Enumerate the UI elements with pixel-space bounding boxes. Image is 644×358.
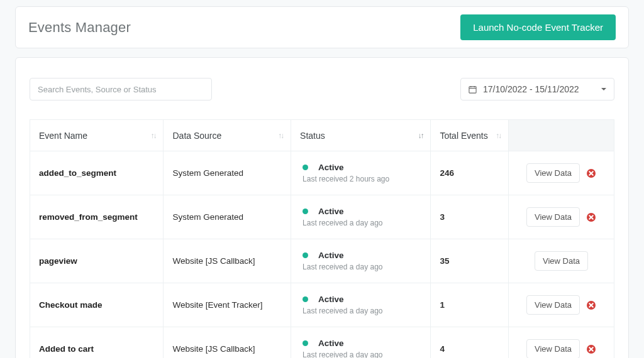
calendar-icon [469, 85, 477, 94]
col-header-actions [508, 120, 614, 151]
search-input[interactable] [30, 78, 212, 100]
page-title: Events Manager [28, 19, 131, 36]
view-data-button[interactable]: View Data [526, 207, 580, 227]
col-header-event-name[interactable]: Event Name ↑↓ [30, 120, 164, 151]
event-name: Checkout made [39, 300, 103, 310]
total-events: 3 [440, 212, 445, 222]
view-data-button[interactable]: View Data [526, 295, 580, 315]
date-range-picker[interactable]: 17/10/2022 - 15/11/2022 [460, 78, 614, 100]
view-data-button[interactable]: View Data [526, 163, 580, 183]
last-received: Last received a day ago [300, 263, 421, 271]
last-received: Last received a day ago [300, 219, 421, 227]
page-header: Events Manager Launch No-code Event Trac… [15, 6, 629, 48]
status-dot-icon [303, 296, 308, 302]
status-text: Active [318, 207, 344, 216]
status-dot-icon [303, 209, 308, 214]
status-cell: Active Last received a day ago [300, 195, 421, 239]
total-events: 1 [440, 300, 445, 310]
data-source: Website [Event Tracker] [172, 300, 262, 310]
status-text: Active [318, 339, 344, 348]
sort-icon: ↑↓ [278, 131, 283, 140]
sort-icon: ↑↓ [496, 131, 501, 140]
table-row: removed_from_segment System Generated Ac… [30, 195, 614, 239]
sort-icon: ↓↑ [418, 131, 423, 140]
total-events: 4 [440, 344, 445, 354]
table-header-row: Event Name ↑↓ Data Source ↑↓ Status ↓↑ T… [30, 120, 614, 151]
table-row: Added to cart Website [JS Callback] Acti… [30, 327, 614, 359]
event-name: pageview [39, 256, 77, 266]
actions-cell: View Data [518, 327, 605, 358]
actions-cell: View Data [518, 151, 605, 195]
status-cell: Active Last received a day ago [300, 283, 421, 327]
table-row: pageview Website [JS Callback] Active La… [30, 239, 614, 283]
event-name: Added to cart [39, 344, 94, 354]
col-header-status[interactable]: Status ↓↑ [291, 120, 431, 151]
status-cell: Active Last received a day ago [300, 239, 421, 283]
date-range-value: 17/10/2022 - 15/11/2022 [483, 84, 579, 94]
content-panel: 17/10/2022 - 15/11/2022 Event Name ↑↓ Da… [15, 57, 629, 358]
data-source: Website [JS Callback] [172, 344, 255, 354]
last-received: Last received a day ago [300, 350, 421, 358]
status-dot-icon [303, 252, 308, 258]
status-cell: Active Last received a day ago [300, 327, 421, 358]
status-text: Active [318, 251, 344, 260]
data-source: Website [JS Callback] [172, 256, 255, 266]
view-data-button[interactable]: View Data [526, 339, 580, 358]
total-events: 246 [440, 168, 454, 178]
launch-tracker-button[interactable]: Launch No-code Event Tracker [460, 14, 616, 40]
last-received: Last received a day ago [300, 306, 421, 315]
view-data-button[interactable]: View Data [535, 251, 588, 271]
actions-cell: View Data [518, 283, 605, 327]
event-name: removed_from_segment [39, 212, 138, 222]
status-dot-icon [303, 340, 308, 346]
data-source: System Generated [172, 168, 243, 178]
last-received: Last received 2 hours ago [300, 175, 421, 183]
event-name: added_to_segment [39, 168, 116, 178]
actions-cell: View Data [518, 239, 605, 283]
delete-icon[interactable] [586, 344, 596, 354]
status-text: Active [318, 163, 344, 172]
table-row: added_to_segment System Generated Active… [30, 151, 614, 195]
data-source: System Generated [172, 212, 243, 222]
actions-cell: View Data [518, 195, 605, 239]
delete-icon[interactable] [586, 212, 596, 222]
delete-icon[interactable] [586, 300, 596, 310]
status-cell: Active Last received 2 hours ago [300, 151, 421, 195]
status-text: Active [318, 295, 344, 304]
col-header-total-events[interactable]: Total Events ↑↓ [431, 120, 509, 151]
total-events: 35 [440, 256, 449, 266]
table-row: Checkout made Website [Event Tracker] Ac… [30, 283, 614, 327]
col-header-data-source[interactable]: Data Source ↑↓ [164, 120, 291, 151]
sort-icon: ↑↓ [150, 131, 155, 140]
status-dot-icon [303, 165, 308, 170]
events-table: Event Name ↑↓ Data Source ↑↓ Status ↓↑ T… [30, 119, 614, 358]
chevron-down-icon [601, 88, 606, 90]
filters-row: 17/10/2022 - 15/11/2022 [30, 78, 614, 100]
delete-icon[interactable] [586, 168, 596, 178]
svg-rect-0 [469, 86, 476, 92]
